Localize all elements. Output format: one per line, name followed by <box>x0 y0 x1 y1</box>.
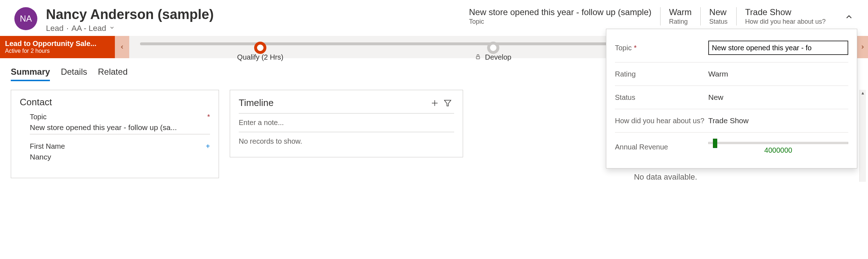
summary-rating-label: Rating <box>669 18 692 26</box>
bpf-forward-button[interactable] <box>857 36 868 58</box>
bpf-stage-develop[interactable]: Develop <box>487 40 499 54</box>
scrollbar-up-icon[interactable]: ▲ <box>860 90 866 96</box>
summary-source-value[interactable]: Trade Show <box>745 7 826 17</box>
collapse-header-button[interactable] <box>834 9 854 23</box>
svg-marker-3 <box>444 100 451 106</box>
no-data-text: No data available. <box>634 172 697 181</box>
flyout-rating-value[interactable]: Warm <box>708 70 848 78</box>
bpf-stage-label: Qualify (2 Hrs) <box>237 53 284 61</box>
flyout-status-value[interactable]: New <box>708 93 848 102</box>
revenue-slider-value: 4000000 <box>708 146 848 154</box>
header-flyout: Topic * Rating Warm Status New How did y… <box>606 29 857 168</box>
flyout-topic-label: Topic <box>615 44 632 52</box>
header-summary: New store opened this year - follow up (… <box>469 7 854 26</box>
bpf-back-button[interactable] <box>115 36 129 58</box>
flyout-source-label: How did you hear about us? <box>615 117 704 125</box>
contact-firstname-value[interactable]: Nancy <box>30 153 210 163</box>
required-indicator: * <box>207 113 210 121</box>
summary-topic-value[interactable]: New store opened this year - follow up (… <box>469 7 651 17</box>
lock-icon <box>475 53 483 61</box>
flyout-revenue-label: Annual Revenue <box>615 143 668 151</box>
flyout-topic-input[interactable] <box>708 41 848 55</box>
bpf-stage-dot <box>487 42 499 54</box>
recommended-indicator: + <box>206 142 210 151</box>
timeline-empty-text: No records to show. <box>239 132 454 151</box>
bpf-process-badge[interactable]: Lead to Opportunity Sale... Active for 2… <box>0 36 115 58</box>
contact-firstname-label: First Name <box>30 142 65 151</box>
bpf-stage-qualify[interactable]: Qualify (2 Hrs) <box>254 40 266 54</box>
timeline-title: Timeline <box>239 97 428 108</box>
contact-topic-value[interactable]: New store opened this year - follow up (… <box>30 123 210 134</box>
timeline-add-button[interactable] <box>428 97 441 110</box>
summary-topic-label: Topic <box>469 18 651 26</box>
bpf-process-name: Lead to Opportunity Sale... <box>5 40 110 48</box>
separator-dot: · <box>66 24 69 33</box>
svg-rect-0 <box>476 56 480 59</box>
flyout-status-label: Status <box>615 93 635 102</box>
timeline-filter-button[interactable] <box>441 97 454 110</box>
tab-details[interactable]: Details <box>61 67 87 81</box>
bpf-stage-label: Develop <box>485 53 511 61</box>
summary-rating-value[interactable]: Warm <box>669 7 692 17</box>
contact-topic-label: Topic <box>30 113 47 121</box>
record-title: Nancy Anderson (sample) <box>46 7 214 22</box>
contact-section: Contact Topic * New store opened this ye… <box>11 90 219 178</box>
summary-status-label: Status <box>709 18 728 26</box>
entity-label: Lead <box>46 24 64 33</box>
required-indicator: * <box>634 44 637 52</box>
avatar: NA <box>14 7 37 30</box>
summary-source-label: How did you hear about us? <box>745 18 826 26</box>
bpf-duration: Active for 2 hours <box>5 48 110 54</box>
tab-related[interactable]: Related <box>98 67 128 81</box>
scrollbar[interactable]: ▲ <box>859 90 866 182</box>
form-selector[interactable]: AA - Lead <box>71 24 106 33</box>
timeline-section: Timeline Enter a note... No records to s… <box>230 90 463 157</box>
revenue-slider-thumb[interactable] <box>713 139 717 148</box>
timeline-note-input[interactable]: Enter a note... <box>239 114 454 132</box>
bpf-stage-dot-active <box>254 42 266 54</box>
tab-summary[interactable]: Summary <box>11 67 50 81</box>
flyout-rating-label: Rating <box>615 70 636 78</box>
summary-status-value[interactable]: New <box>709 7 728 17</box>
flyout-source-value[interactable]: Trade Show <box>708 116 848 125</box>
revenue-slider[interactable] <box>708 142 848 144</box>
contact-section-title: Contact <box>20 97 210 108</box>
chevron-down-icon[interactable] <box>109 25 115 32</box>
